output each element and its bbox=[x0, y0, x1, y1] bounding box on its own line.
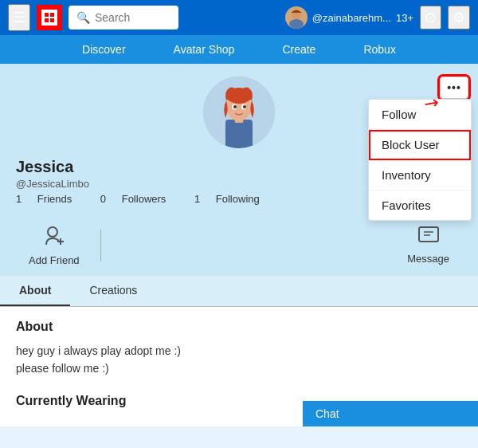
user-avatar bbox=[285, 6, 308, 29]
tab-about[interactable]: About bbox=[0, 276, 70, 306]
roblox-logo[interactable] bbox=[37, 5, 62, 30]
followers-count: 0 Followers bbox=[100, 193, 178, 205]
nav-robux[interactable]: Robux bbox=[363, 43, 395, 56]
action-divider bbox=[100, 230, 101, 261]
user-info: @zainabarehm... 13+ bbox=[285, 6, 413, 29]
settings-icon-button[interactable]: ⚙ bbox=[448, 6, 470, 29]
nav-avatar-shop[interactable]: Avatar Shop bbox=[174, 43, 235, 56]
svg-point-15 bbox=[243, 105, 246, 108]
search-input[interactable] bbox=[95, 11, 170, 24]
hamburger-button[interactable]: ☰ bbox=[8, 4, 30, 31]
roblox-logo-svg bbox=[38, 6, 61, 29]
svg-rect-8 bbox=[225, 120, 253, 148]
svg-rect-1 bbox=[45, 13, 49, 17]
following-count: 1 Following bbox=[194, 193, 272, 205]
dropdown-block-user[interactable]: Block User bbox=[369, 130, 471, 160]
profile-area: Jessica @JessicaLimbo 1 Friends 0 Follow… bbox=[0, 64, 478, 276]
dropdown-menu: Follow Block User Inventory Favorites bbox=[368, 99, 472, 221]
message-button[interactable]: Message bbox=[394, 222, 462, 268]
username-label: @zainabarehm... bbox=[312, 12, 391, 24]
chat-label: Chat bbox=[315, 407, 339, 420]
svg-rect-2 bbox=[50, 13, 54, 17]
bottom-section: About hey guy i always play adopt me :)p… bbox=[0, 307, 478, 426]
svg-rect-3 bbox=[45, 18, 49, 22]
dropdown-follow[interactable]: Follow bbox=[369, 100, 471, 130]
more-options-button[interactable]: ••• bbox=[440, 77, 468, 99]
friends-count: 1 Friends bbox=[16, 193, 84, 205]
search-icon: 🔍 bbox=[76, 11, 90, 24]
add-friend-button[interactable]: Add Friend bbox=[16, 221, 92, 269]
svg-rect-0 bbox=[41, 10, 57, 26]
tab-creations[interactable]: Creations bbox=[70, 276, 156, 306]
message-label: Message bbox=[407, 253, 449, 265]
secondary-navigation: Discover Avatar Shop Create Robux bbox=[0, 35, 478, 64]
top-navigation: ☰ 🔍 @zainabarehm... 13+ ⊙ ⚙ bbox=[0, 0, 478, 35]
add-friend-label: Add Friend bbox=[29, 254, 80, 266]
avatar bbox=[203, 77, 275, 148]
nav-discover[interactable]: Discover bbox=[82, 43, 125, 56]
chat-bar[interactable]: Chat bbox=[303, 401, 478, 426]
svg-point-16 bbox=[48, 227, 57, 237]
dropdown-inventory[interactable]: Inventory bbox=[369, 160, 471, 191]
user-avatar-svg bbox=[285, 6, 308, 29]
robux-icon-button[interactable]: ⊙ bbox=[420, 6, 441, 29]
dropdown-favorites[interactable]: Favorites bbox=[369, 191, 471, 220]
svg-point-6 bbox=[289, 19, 304, 29]
message-icon bbox=[417, 226, 440, 250]
about-text: hey guy i always play adopt me :)please … bbox=[16, 342, 462, 378]
action-buttons: Add Friend Message bbox=[16, 211, 462, 276]
profile-tabs: About Creations bbox=[0, 276, 478, 307]
hamburger-icon: ☰ bbox=[13, 10, 25, 26]
add-friend-icon bbox=[43, 224, 65, 251]
character-avatar-svg bbox=[203, 77, 275, 148]
search-bar-container: 🔍 bbox=[69, 6, 178, 29]
svg-point-14 bbox=[233, 105, 237, 108]
nav-create[interactable]: Create bbox=[282, 43, 315, 56]
message-svg bbox=[417, 226, 440, 245]
svg-rect-19 bbox=[419, 227, 438, 242]
svg-rect-4 bbox=[50, 18, 54, 22]
age-label: 13+ bbox=[396, 12, 413, 24]
add-friend-svg bbox=[43, 224, 65, 246]
about-heading: About bbox=[16, 320, 462, 334]
